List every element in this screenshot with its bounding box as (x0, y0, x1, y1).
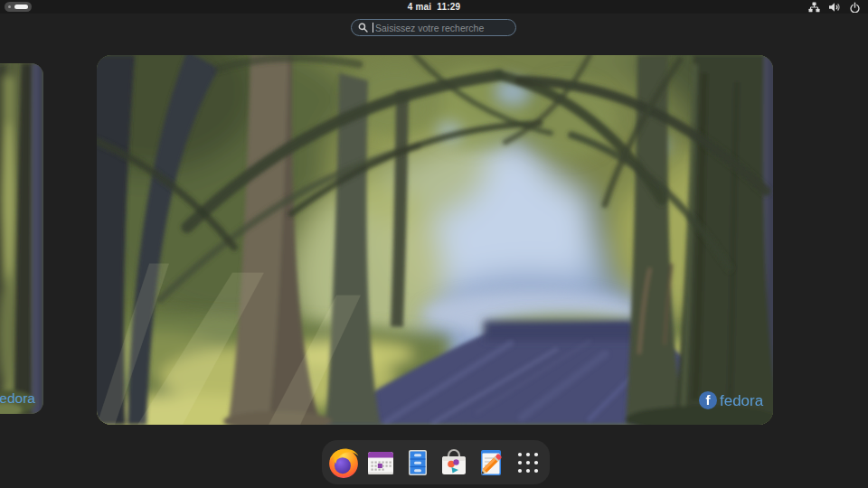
dock-item-text-editor[interactable] (475, 446, 507, 479)
dock-item-app-grid[interactable] (512, 446, 544, 479)
workspace-pill-active[interactable] (14, 5, 28, 9)
power-icon (849, 2, 861, 13)
fedora-brand-text-partial: fedora (0, 390, 35, 406)
workspace-indicator[interactable] (5, 2, 32, 12)
volume-icon (828, 2, 841, 13)
status-area[interactable] (808, 0, 861, 14)
fedora-brand-text: fedora (720, 392, 764, 409)
top-bar: 4 mai 11:29 (0, 0, 868, 14)
gnome-activities-overview: { "topbar": { "clock": "4 mai 11:29", "w… (0, 0, 868, 488)
text-editor-icon (476, 447, 506, 478)
software-icon (439, 447, 469, 478)
workspace-thumbnail-previous[interactable]: fedora (0, 63, 43, 414)
dash-dock (322, 440, 550, 484)
dock-item-calendar[interactable] (364, 446, 397, 479)
clock[interactable]: 4 mai 11:29 (408, 0, 461, 14)
workspace-thumbnail-current[interactable]: f fedora (97, 55, 773, 425)
network-wired-icon (808, 2, 820, 13)
search-icon (358, 23, 368, 33)
app-grid-icon (513, 447, 543, 478)
wallpaper-painting-partial: fedora (0, 63, 43, 414)
fedora-logo: f fedora (699, 391, 764, 409)
search-bar[interactable] (351, 19, 516, 36)
files-icon (402, 447, 433, 478)
search-input[interactable] (373, 23, 509, 33)
firefox-icon (327, 446, 360, 479)
dock-item-firefox[interactable] (327, 446, 360, 479)
calendar-icon (365, 447, 396, 478)
wallpaper-painting: f fedora (97, 55, 773, 425)
dock-item-software[interactable] (439, 446, 471, 479)
workspace-dot-inactive[interactable] (8, 5, 11, 8)
dock-item-files[interactable] (401, 446, 434, 479)
